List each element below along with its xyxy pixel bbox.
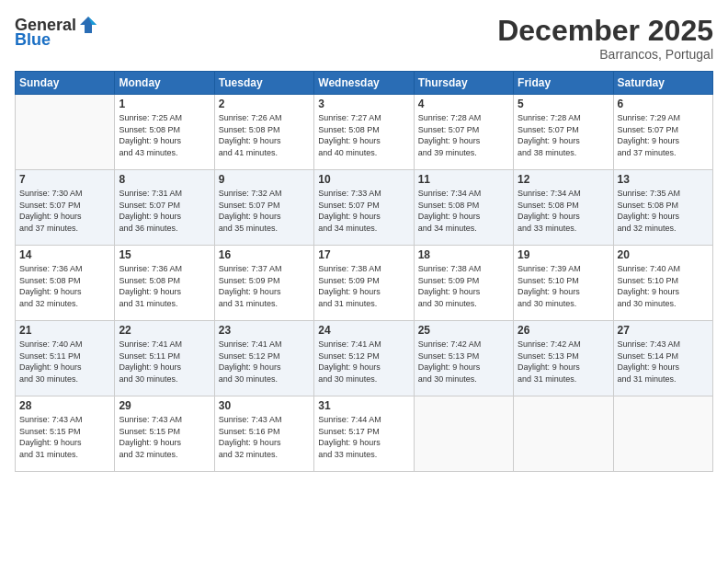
month-title: December 2025 bbox=[497, 15, 713, 47]
calendar-cell: 18Sunrise: 7:38 AM Sunset: 5:09 PM Dayli… bbox=[414, 246, 513, 321]
day-info: Sunrise: 7:41 AM Sunset: 5:12 PM Dayligh… bbox=[318, 339, 409, 385]
day-number: 21 bbox=[19, 324, 110, 337]
calendar-cell: 11Sunrise: 7:34 AM Sunset: 5:08 PM Dayli… bbox=[414, 170, 513, 246]
calendar-cell: 24Sunrise: 7:41 AM Sunset: 5:12 PM Dayli… bbox=[314, 321, 414, 396]
calendar-cell: 12Sunrise: 7:34 AM Sunset: 5:08 PM Dayli… bbox=[514, 170, 613, 246]
location-subtitle: Barrancos, Portugal bbox=[497, 47, 713, 62]
calendar-cell: 22Sunrise: 7:41 AM Sunset: 5:11 PM Dayli… bbox=[115, 321, 214, 396]
day-number: 19 bbox=[518, 248, 609, 261]
day-info: Sunrise: 7:35 AM Sunset: 5:08 PM Dayligh… bbox=[618, 188, 709, 234]
day-number: 27 bbox=[618, 324, 709, 337]
day-info: Sunrise: 7:34 AM Sunset: 5:08 PM Dayligh… bbox=[518, 188, 609, 234]
calendar-cell: 15Sunrise: 7:36 AM Sunset: 5:08 PM Dayli… bbox=[115, 246, 214, 321]
calendar-cell bbox=[16, 95, 115, 170]
day-info: Sunrise: 7:39 AM Sunset: 5:10 PM Dayligh… bbox=[518, 263, 609, 309]
calendar-week-row: 21Sunrise: 7:40 AM Sunset: 5:11 PM Dayli… bbox=[16, 321, 713, 396]
calendar-header-thursday: Thursday bbox=[414, 72, 513, 95]
day-info: Sunrise: 7:37 AM Sunset: 5:09 PM Dayligh… bbox=[219, 263, 310, 309]
calendar-cell: 19Sunrise: 7:39 AM Sunset: 5:10 PM Dayli… bbox=[514, 246, 613, 321]
calendar-cell: 9Sunrise: 7:32 AM Sunset: 5:07 PM Daylig… bbox=[214, 170, 313, 246]
calendar-cell: 30Sunrise: 7:43 AM Sunset: 5:16 PM Dayli… bbox=[214, 396, 313, 472]
day-info: Sunrise: 7:43 AM Sunset: 5:14 PM Dayligh… bbox=[618, 339, 709, 385]
calendar-cell: 3Sunrise: 7:27 AM Sunset: 5:08 PM Daylig… bbox=[314, 95, 414, 170]
day-number: 3 bbox=[318, 98, 409, 110]
calendar-header-monday: Monday bbox=[115, 72, 214, 95]
day-number: 22 bbox=[119, 324, 210, 337]
day-info: Sunrise: 7:34 AM Sunset: 5:08 PM Dayligh… bbox=[418, 188, 509, 234]
calendar-cell bbox=[613, 396, 712, 472]
day-number: 17 bbox=[318, 248, 409, 261]
day-number: 15 bbox=[119, 248, 210, 261]
logo-icon bbox=[78, 15, 98, 35]
day-number: 11 bbox=[418, 173, 509, 186]
calendar-cell: 8Sunrise: 7:31 AM Sunset: 5:07 PM Daylig… bbox=[115, 170, 214, 246]
calendar-cell: 13Sunrise: 7:35 AM Sunset: 5:08 PM Dayli… bbox=[613, 170, 712, 246]
day-info: Sunrise: 7:43 AM Sunset: 5:15 PM Dayligh… bbox=[119, 414, 210, 460]
day-number: 9 bbox=[219, 173, 310, 186]
calendar-cell: 27Sunrise: 7:43 AM Sunset: 5:14 PM Dayli… bbox=[613, 321, 712, 396]
day-info: Sunrise: 7:38 AM Sunset: 5:09 PM Dayligh… bbox=[418, 263, 509, 309]
day-number: 12 bbox=[518, 173, 609, 186]
day-number: 1 bbox=[119, 98, 210, 110]
day-info: Sunrise: 7:41 AM Sunset: 5:11 PM Dayligh… bbox=[119, 339, 210, 385]
calendar-cell: 14Sunrise: 7:36 AM Sunset: 5:08 PM Dayli… bbox=[16, 246, 115, 321]
day-number: 24 bbox=[318, 324, 409, 337]
day-info: Sunrise: 7:28 AM Sunset: 5:07 PM Dayligh… bbox=[518, 112, 609, 158]
day-number: 25 bbox=[418, 324, 509, 337]
day-info: Sunrise: 7:29 AM Sunset: 5:07 PM Dayligh… bbox=[618, 112, 709, 158]
calendar-header-tuesday: Tuesday bbox=[214, 72, 313, 95]
calendar-header-wednesday: Wednesday bbox=[314, 72, 414, 95]
day-number: 5 bbox=[518, 98, 609, 110]
calendar-header-saturday: Saturday bbox=[613, 72, 712, 95]
day-info: Sunrise: 7:44 AM Sunset: 5:17 PM Dayligh… bbox=[318, 414, 409, 460]
day-number: 13 bbox=[618, 173, 709, 186]
calendar-cell: 20Sunrise: 7:40 AM Sunset: 5:10 PM Dayli… bbox=[613, 246, 712, 321]
calendar-cell: 10Sunrise: 7:33 AM Sunset: 5:07 PM Dayli… bbox=[314, 170, 414, 246]
calendar-cell: 23Sunrise: 7:41 AM Sunset: 5:12 PM Dayli… bbox=[214, 321, 313, 396]
calendar-header-friday: Friday bbox=[514, 72, 613, 95]
calendar-cell: 16Sunrise: 7:37 AM Sunset: 5:09 PM Dayli… bbox=[214, 246, 313, 321]
day-number: 23 bbox=[219, 324, 310, 337]
day-number: 18 bbox=[418, 248, 509, 261]
calendar-cell: 26Sunrise: 7:42 AM Sunset: 5:13 PM Dayli… bbox=[514, 321, 613, 396]
page-header: General Blue December 2025 Barrancos, Po… bbox=[15, 15, 713, 62]
day-info: Sunrise: 7:27 AM Sunset: 5:08 PM Dayligh… bbox=[318, 112, 409, 158]
day-info: Sunrise: 7:36 AM Sunset: 5:08 PM Dayligh… bbox=[119, 263, 210, 309]
logo: General Blue bbox=[15, 15, 98, 48]
day-number: 2 bbox=[219, 98, 310, 110]
calendar-cell: 29Sunrise: 7:43 AM Sunset: 5:15 PM Dayli… bbox=[115, 396, 214, 472]
calendar-week-row: 1Sunrise: 7:25 AM Sunset: 5:08 PM Daylig… bbox=[16, 95, 713, 170]
logo-blue: Blue bbox=[15, 31, 51, 48]
day-info: Sunrise: 7:40 AM Sunset: 5:10 PM Dayligh… bbox=[618, 263, 709, 309]
day-info: Sunrise: 7:42 AM Sunset: 5:13 PM Dayligh… bbox=[518, 339, 609, 385]
calendar-cell: 7Sunrise: 7:30 AM Sunset: 5:07 PM Daylig… bbox=[16, 170, 115, 246]
calendar-cell: 28Sunrise: 7:43 AM Sunset: 5:15 PM Dayli… bbox=[16, 396, 115, 472]
calendar-cell: 21Sunrise: 7:40 AM Sunset: 5:11 PM Dayli… bbox=[16, 321, 115, 396]
day-number: 4 bbox=[418, 98, 509, 110]
calendar-table: SundayMondayTuesdayWednesdayThursdayFrid… bbox=[15, 71, 713, 472]
calendar-cell: 6Sunrise: 7:29 AM Sunset: 5:07 PM Daylig… bbox=[613, 95, 712, 170]
calendar-cell: 5Sunrise: 7:28 AM Sunset: 5:07 PM Daylig… bbox=[514, 95, 613, 170]
day-info: Sunrise: 7:28 AM Sunset: 5:07 PM Dayligh… bbox=[418, 112, 509, 158]
day-info: Sunrise: 7:33 AM Sunset: 5:07 PM Dayligh… bbox=[318, 188, 409, 234]
calendar-week-row: 7Sunrise: 7:30 AM Sunset: 5:07 PM Daylig… bbox=[16, 170, 713, 246]
day-info: Sunrise: 7:41 AM Sunset: 5:12 PM Dayligh… bbox=[219, 339, 310, 385]
calendar-cell: 4Sunrise: 7:28 AM Sunset: 5:07 PM Daylig… bbox=[414, 95, 513, 170]
day-number: 14 bbox=[19, 248, 110, 261]
day-number: 10 bbox=[318, 173, 409, 186]
calendar-cell: 2Sunrise: 7:26 AM Sunset: 5:08 PM Daylig… bbox=[214, 95, 313, 170]
day-info: Sunrise: 7:36 AM Sunset: 5:08 PM Dayligh… bbox=[19, 263, 110, 309]
calendar-cell: 1Sunrise: 7:25 AM Sunset: 5:08 PM Daylig… bbox=[115, 95, 214, 170]
calendar-header-row: SundayMondayTuesdayWednesdayThursdayFrid… bbox=[16, 72, 713, 95]
calendar-week-row: 28Sunrise: 7:43 AM Sunset: 5:15 PM Dayli… bbox=[16, 396, 713, 472]
calendar-cell bbox=[414, 396, 513, 472]
calendar-header-sunday: Sunday bbox=[16, 72, 115, 95]
day-info: Sunrise: 7:26 AM Sunset: 5:08 PM Dayligh… bbox=[219, 112, 310, 158]
day-info: Sunrise: 7:25 AM Sunset: 5:08 PM Dayligh… bbox=[119, 112, 210, 158]
day-info: Sunrise: 7:43 AM Sunset: 5:16 PM Dayligh… bbox=[219, 414, 310, 460]
day-number: 29 bbox=[119, 399, 210, 412]
calendar-cell: 31Sunrise: 7:44 AM Sunset: 5:17 PM Dayli… bbox=[314, 396, 414, 472]
day-info: Sunrise: 7:38 AM Sunset: 5:09 PM Dayligh… bbox=[318, 263, 409, 309]
page-container: General Blue December 2025 Barrancos, Po… bbox=[0, 0, 728, 563]
day-number: 16 bbox=[219, 248, 310, 261]
